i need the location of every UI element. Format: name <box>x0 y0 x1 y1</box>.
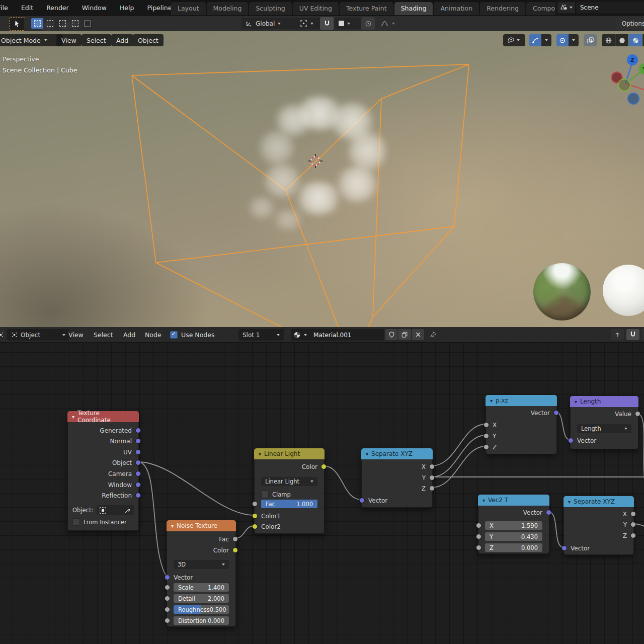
eyedropper-icon[interactable] <box>124 507 131 514</box>
node-header[interactable]: Separate XYZ <box>361 448 433 459</box>
material-slot-dropdown[interactable]: Slot 1 <box>238 329 284 341</box>
unlink-material-button[interactable] <box>412 329 424 340</box>
node-vec2t-combine[interactable]: Vec2 T Vector X1.590 Y-0.430 Z0.000 <box>478 495 549 554</box>
node-vector-math-length[interactable]: Length Value Length Vector <box>570 396 638 449</box>
shading-wireframe-button[interactable] <box>602 34 615 46</box>
tab-animation[interactable]: Animation <box>434 2 479 15</box>
gizmos-toggle[interactable] <box>529 34 541 46</box>
viewport-menu-add[interactable]: Add <box>111 34 133 46</box>
collapse-icon[interactable] <box>72 413 74 420</box>
from-instancer-checkbox[interactable] <box>72 518 80 526</box>
socket-vector-out[interactable] <box>553 410 559 416</box>
overlays-toggle[interactable] <box>556 34 569 46</box>
overlays-dropdown[interactable] <box>569 34 579 46</box>
socket-camera[interactable] <box>135 471 141 476</box>
socket-x-out[interactable] <box>630 511 636 517</box>
menu-pipeline[interactable]: Pipeline <box>147 4 172 12</box>
object-picker-field[interactable] <box>97 505 134 515</box>
tab-shading[interactable]: Shading <box>394 2 433 15</box>
gizmo-y-axis[interactable]: Y <box>639 63 644 74</box>
node-header[interactable]: p.xz <box>486 395 557 406</box>
scene-name-field[interactable]: Scene <box>575 2 644 13</box>
clamp-checkbox[interactable] <box>261 491 269 498</box>
gizmo-z-neg-axis[interactable] <box>627 93 639 105</box>
socket-window[interactable] <box>135 482 141 488</box>
node-header[interactable]: Vec2 T <box>478 495 549 506</box>
node-canvas[interactable]: Texture Coordinate Generated Normal UV O… <box>0 343 644 644</box>
select-mode-set-button[interactable] <box>31 18 43 29</box>
proportional-falloff-dropdown[interactable] <box>376 18 407 29</box>
dimensions-dropdown[interactable]: 3D <box>174 560 229 569</box>
socket-color2-in[interactable] <box>252 524 258 529</box>
socket-object[interactable] <box>135 460 141 465</box>
node-header[interactable]: Noise Texture <box>167 520 236 531</box>
menu-edit[interactable]: Edit <box>21 4 33 12</box>
scene-browse-button[interactable] <box>557 2 575 13</box>
shading-material-button[interactable] <box>629 34 642 46</box>
tab-texture-paint[interactable]: Texture Paint <box>340 2 393 15</box>
socket-fac-in[interactable] <box>252 501 258 507</box>
socket-fac-out[interactable] <box>232 536 238 542</box>
socket-normal[interactable] <box>135 438 141 444</box>
socket-detail-in[interactable] <box>165 596 170 601</box>
use-nodes-toggle[interactable]: Use Nodes <box>170 327 214 342</box>
blend-mode-dropdown[interactable]: Linear Light <box>261 477 317 486</box>
tab-compositing[interactable]: Compositing <box>526 2 555 15</box>
fake-user-button[interactable] <box>385 329 397 340</box>
node-texture-coordinate[interactable]: Texture Coordinate Generated Normal UV O… <box>67 411 139 531</box>
material-name-field[interactable]: Material.001 <box>309 329 384 341</box>
select-mode-intersect-button[interactable] <box>82 18 94 29</box>
roughness-slider[interactable]: Roughness0.500 <box>174 605 229 614</box>
pivot-point-dropdown[interactable] <box>296 18 321 29</box>
viewport-menu-view[interactable]: View <box>56 34 82 46</box>
snap-target-dropdown[interactable] <box>335 18 363 29</box>
socket-roughness-in[interactable] <box>165 607 170 612</box>
detail-slider[interactable]: Detail2.000 <box>174 594 229 603</box>
object-visibility-dropdown[interactable] <box>503 34 525 46</box>
gizmo-z-axis[interactable]: Z <box>627 54 638 65</box>
node-pxz-combine[interactable]: p.xz Vector X Y Z <box>486 395 557 454</box>
proportional-edit-button[interactable] <box>361 17 375 30</box>
viewport-menu-object[interactable]: Object <box>133 34 164 46</box>
options-button[interactable]: Options <box>616 18 644 29</box>
socket-vector-in[interactable] <box>359 498 365 503</box>
gizmos-dropdown[interactable] <box>541 34 551 46</box>
socket-vector-in[interactable] <box>568 438 574 443</box>
select-mode-extend-button[interactable] <box>44 18 56 29</box>
socket-y-in[interactable] <box>484 433 489 439</box>
clipped-header-button[interactable] <box>642 329 644 340</box>
collapse-icon[interactable] <box>482 497 485 504</box>
node-mix-linear-light[interactable]: Linear Light Color Linear Light Clamp Fa… <box>254 448 325 534</box>
node-menu-view[interactable]: View <box>68 327 84 342</box>
node-menu-add[interactable]: Add <box>123 327 135 342</box>
socket-y-out[interactable] <box>429 475 435 480</box>
menu-window[interactable]: Window <box>82 4 107 12</box>
node-header[interactable]: Separate XYZ <box>564 496 634 507</box>
transform-orientation-dropdown[interactable]: Global <box>242 18 298 29</box>
collapse-icon[interactable] <box>259 450 261 457</box>
collapse-icon[interactable] <box>568 498 571 505</box>
socket-vector-out[interactable] <box>546 510 551 515</box>
socket-y-in[interactable] <box>476 534 481 539</box>
node-header[interactable]: Length <box>570 396 638 407</box>
xray-toggle[interactable] <box>584 34 597 46</box>
socket-z-in[interactable] <box>476 545 481 550</box>
x-value-slider[interactable]: X1.590 <box>485 521 542 530</box>
socket-z-in[interactable] <box>484 444 489 450</box>
node-header[interactable]: Linear Light <box>254 448 325 459</box>
socket-reflection[interactable] <box>135 493 141 498</box>
tab-rendering[interactable]: Rendering <box>480 2 525 15</box>
menu-file[interactable]: File <box>0 4 8 12</box>
viewport-3d[interactable]: Object Mode View Select Add Object <box>0 31 644 327</box>
node-menu-select[interactable]: Select <box>94 327 113 342</box>
mode-dropdown[interactable]: Object Mode <box>0 34 62 46</box>
node-menu-node[interactable]: Node <box>145 327 162 342</box>
socket-uv[interactable] <box>135 449 141 455</box>
collapse-icon[interactable] <box>366 450 368 457</box>
socket-y-out[interactable] <box>630 522 636 527</box>
socket-vector-in[interactable] <box>165 575 170 580</box>
node-noise-texture[interactable]: Noise Texture Fac Color 3D Vector Scale1… <box>167 520 236 627</box>
socket-distortion-in[interactable] <box>165 618 170 623</box>
tab-layout[interactable]: Layout <box>171 2 206 15</box>
collapse-icon[interactable] <box>171 522 174 529</box>
